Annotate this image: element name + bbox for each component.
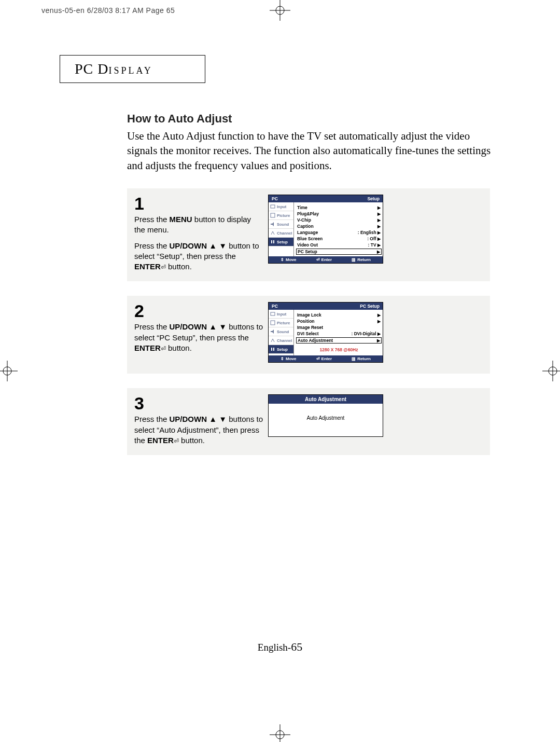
osd-title: Auto Adjustment — [269, 395, 383, 404]
svg-marker-19 — [271, 329, 274, 334]
svg-rect-21 — [273, 348, 274, 351]
osd-body-text: Auto Adjustment — [269, 404, 383, 436]
sidebar-tab-setup: Setup — [269, 345, 293, 354]
osd-menu-item: Video Out: TV ▶ — [297, 242, 381, 248]
enter-icon: ⏎ — [316, 356, 320, 361]
osd-source: PC — [272, 196, 278, 201]
osd-setup-menu: PC Setup Input Picture Sound Channel Set… — [268, 195, 383, 264]
osd-main: Image Lock ▶Position ▶Image ResetDVI Sel… — [294, 310, 383, 355]
footer-label: English- — [258, 642, 291, 653]
osd-main: Time ▶Plug&Play ▶V-Chip ▶Caption ▶Langua… — [294, 202, 383, 256]
enter-icon: ⏎ — [161, 345, 166, 352]
text-bold: ENTER — [147, 436, 174, 445]
sidebar-tab-input: Input — [269, 310, 293, 319]
osd-sidebar: Input Picture Sound Channel Setup — [269, 310, 294, 355]
intro-paragraph: Use the Auto Adjust function to have the… — [127, 129, 500, 173]
sidebar-tab-channel: Channel — [269, 336, 293, 345]
osd-menu-item: Caption ▶ — [297, 223, 381, 229]
osd-source: PC — [272, 304, 278, 309]
registration-mark-icon — [542, 361, 560, 381]
registration-mark-icon — [270, 0, 290, 21]
step-number: 2 — [134, 302, 264, 320]
svg-rect-12 — [271, 205, 275, 208]
svg-rect-16 — [273, 240, 274, 243]
registration-mark-icon — [0, 361, 18, 381]
section-title: PC D — [75, 61, 108, 77]
osd-footer: ⇕Move ⏎Enter ▥Return — [269, 355, 383, 362]
return-icon: ▥ — [352, 257, 356, 262]
osd-title: PC Setup — [360, 304, 380, 309]
step-block: 3 Press the UP/DOWN ▲ ▼ buttons to selec… — [127, 388, 490, 455]
osd-menu-item: DVI Select: DVI-Digital ▶ — [297, 331, 381, 337]
osd-menu-item: Language: English ▶ — [297, 229, 381, 236]
text-bold: ENTER — [134, 262, 161, 271]
page: venus-05-en 6/28/03 8:17 AM Page 65 PC D… — [0, 0, 560, 742]
sidebar-tab-picture: Picture — [269, 211, 293, 220]
crop-mark-text: venus-05-en 6/28/03 8:17 AM Page 65 — [41, 6, 175, 15]
steps-container: 1 Press the MENU button to display the m… — [127, 188, 490, 455]
sidebar-tab-input: Input — [269, 202, 293, 211]
step-text: 2 Press the UP/DOWN ▲ ▼ buttons to selec… — [134, 302, 264, 364]
text: Press the — [134, 215, 170, 224]
text-bold: UP/DOWN — [170, 322, 207, 331]
text: Press the — [134, 415, 170, 423]
up-down-icon: ▲ ▼ — [207, 322, 229, 331]
sub-heading: How to Auto Adjust — [127, 112, 500, 126]
text-bold: MENU — [170, 215, 192, 224]
osd-menu-item: Plug&Play ▶ — [297, 211, 381, 217]
up-down-icon: ▲ ▼ — [207, 415, 229, 423]
step-block: 2 Press the UP/DOWN ▲ ▼ buttons to selec… — [127, 296, 490, 374]
step-block: 1 Press the MENU button to display the m… — [127, 188, 490, 281]
osd-menu-item: Blue Screen: Off ▶ — [297, 236, 381, 242]
svg-rect-15 — [271, 240, 272, 243]
osd-menu-item: Auto Adjustment ▶ — [296, 337, 382, 343]
updown-icon: ⇕ — [281, 356, 284, 361]
text: button. — [166, 262, 192, 271]
enter-icon: ⏎ — [174, 437, 179, 445]
osd-menu-item: V-Chip ▶ — [297, 217, 381, 223]
sidebar-tab-sound: Sound — [269, 327, 293, 336]
enter-icon: ⏎ — [161, 264, 166, 271]
sidebar-tab-sound: Sound — [269, 220, 293, 229]
osd-menu-item: Image Reset — [297, 324, 381, 331]
text: Press the — [134, 241, 170, 250]
step-text: 1 Press the MENU button to display the m… — [134, 195, 264, 272]
osd-menu-item: Time ▶ — [297, 204, 381, 211]
text: button. — [166, 343, 192, 352]
section-title-smallcaps: ISPLAY — [108, 65, 152, 76]
up-down-icon: ▲ ▼ — [207, 241, 229, 250]
text: button. — [179, 436, 205, 445]
sidebar-tab-setup: Setup — [269, 238, 293, 246]
svg-rect-20 — [271, 348, 272, 351]
updown-icon: ⇕ — [281, 257, 284, 262]
sidebar-tab-picture: Picture — [269, 319, 293, 327]
return-icon: ▥ — [352, 356, 356, 361]
svg-rect-18 — [271, 321, 275, 325]
section-title-box: PC DISPLAY — [60, 55, 205, 83]
step-number: 3 — [134, 394, 264, 412]
svg-rect-13 — [271, 213, 275, 217]
svg-marker-14 — [271, 222, 274, 226]
step-text: 3 Press the UP/DOWN ▲ ▼ buttons to selec… — [134, 394, 264, 446]
page-number: 65 — [291, 640, 302, 653]
registration-mark-icon — [270, 724, 290, 742]
osd-pc-setup-menu: PC PC Setup Input Picture Sound Channel … — [268, 302, 383, 363]
osd-menu-item: Image Lock ▶ — [297, 312, 381, 318]
step-number: 1 — [134, 195, 264, 212]
text-bold: UP/DOWN — [170, 415, 207, 423]
osd-menu-item: Position ▶ — [297, 318, 381, 324]
osd-resolution: 1280 X 768 @60Hz — [297, 344, 381, 354]
osd-auto-adjustment: Auto Adjustment Auto Adjustment — [268, 394, 383, 437]
sidebar-tab-channel: Channel — [269, 229, 293, 238]
text-bold: UP/DOWN — [170, 241, 207, 250]
osd-title: Setup — [367, 196, 380, 201]
page-footer: English-65 — [0, 640, 560, 654]
text: Press the — [134, 322, 170, 331]
osd-sidebar: Input Picture Sound Channel Setup — [269, 202, 294, 256]
osd-footer: ⇕Move ⏎Enter ▥Return — [269, 256, 383, 263]
enter-icon: ⏎ — [316, 257, 320, 262]
text-bold: ENTER — [134, 343, 161, 352]
osd-menu-item: PC Setup ▶ — [296, 249, 382, 255]
content-area: PC DISPLAY How to Auto Adjust Use the Au… — [60, 55, 500, 470]
svg-rect-17 — [271, 312, 275, 315]
